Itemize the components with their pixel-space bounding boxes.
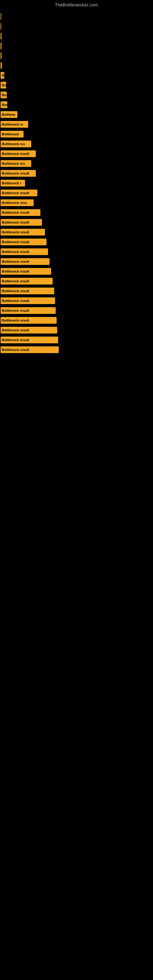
bar-label: Bottleneck result: [1, 289, 30, 293]
bar-row: Bottleneck res: [0, 139, 153, 149]
bar-row: Bottleneck re: [0, 119, 153, 129]
bar-label: Bottleneck result: [1, 260, 30, 263]
bar-fill: Bottleneck result: [1, 288, 54, 294]
bar-row: Bottleneck res: [0, 159, 153, 169]
bar-label: Bo: [1, 93, 7, 97]
bar-label: Bottleneck result: [1, 269, 30, 273]
bar-row: Bo: [0, 90, 153, 100]
bar-label: Bottleneck result: [1, 250, 30, 254]
bar-fill: Bottleneck result: [1, 307, 56, 314]
bar-label: Bottleneck result: [1, 230, 30, 234]
bar-fill: Bottleneck resu: [1, 199, 33, 206]
bar-fill: Bottleneck result: [1, 189, 37, 196]
bar-fill: Bottleneck result: [1, 317, 57, 324]
bar-row: Bottleneck result: [0, 169, 153, 178]
bar-fill: Bottleneck result: [1, 219, 42, 226]
bar-row: Bot: [0, 100, 153, 110]
bar-fill: Bottleneck result: [1, 229, 45, 235]
bar-fill: Bo: [1, 82, 6, 89]
bar-fill: Bottleneck: [1, 131, 24, 137]
bar-row: Bottleneck result: [0, 208, 153, 218]
bar-label: Bottleneck result: [1, 172, 30, 175]
bar-row: Bottleneck result: [0, 286, 153, 296]
bar-row: Bottleneck result: [0, 335, 153, 345]
bar-fill: Bottleneck res: [1, 140, 31, 147]
bar-label: Bottleneck result: [1, 328, 30, 332]
bar-row: Bottleneck: [0, 129, 153, 139]
bar-row: Bottleneck r: [0, 178, 153, 188]
bar-fill: Bottleneck result: [1, 170, 36, 177]
bar-label: Bottleneck r: [1, 181, 22, 185]
bar-label: Bottleneck re: [1, 123, 24, 126]
bar-fill: Bottleneck res: [1, 160, 31, 167]
bar-label: Bottleneck: [1, 132, 20, 136]
bar-fill: [1, 52, 2, 59]
bar-row: Bottleneck result: [0, 237, 153, 247]
bar-label: Bottleneck resu: [1, 201, 29, 205]
bar-row: Bottleneck result: [0, 296, 153, 305]
bar-row: Bottleneck result: [0, 325, 153, 335]
bar-row: [0, 41, 153, 51]
bar-fill: Bottleneck result: [1, 209, 40, 216]
bar-label: Bottleneck res: [1, 162, 26, 165]
site-title: TheBottlenecker.com: [0, 0, 153, 9]
bar-row: Bottleneck result: [0, 218, 153, 227]
bar-row: [0, 60, 153, 70]
bar-row: Bottlene: [0, 110, 153, 119]
bar-label: Bottleneck result: [1, 309, 30, 312]
bar-row: Bo: [0, 80, 153, 90]
bar-fill: Bottlene: [1, 111, 18, 118]
bar-row: [0, 12, 153, 21]
bar-fill: Bottleneck result: [1, 298, 55, 304]
bar-fill: Bottleneck result: [1, 268, 51, 275]
bar-row: Bottleneck result: [0, 276, 153, 286]
bar-fill: Bottleneck result: [1, 258, 49, 265]
bar-label: Bottleneck result: [1, 348, 30, 352]
bar-fill: Bottleneck r: [1, 180, 25, 186]
bar-label: Bottleneck result: [1, 240, 30, 244]
bar-fill: Bottleneck result: [1, 278, 53, 285]
bar-label: Bottleneck result: [1, 279, 30, 283]
bar-fill: Bottleneck re: [1, 121, 28, 128]
bar-label: Bottleneck result: [1, 191, 30, 195]
bar-row: [0, 21, 153, 31]
bar-label: Bottlene: [1, 113, 16, 116]
bar-label: Bottleneck res: [1, 142, 26, 146]
bar-row: B: [0, 70, 153, 80]
bar-row: Bottleneck resu: [0, 198, 153, 208]
bar-fill: Bo: [1, 92, 7, 98]
bar-fill: [1, 62, 2, 69]
bar-fill: B: [1, 72, 4, 79]
bar-row: [0, 31, 153, 41]
bar-row: Bottleneck result: [0, 149, 153, 159]
bar-fill: Bottleneck result: [1, 248, 48, 255]
bar-fill: [1, 13, 1, 20]
bar-fill: Bottleneck result: [1, 150, 36, 157]
bars-section: BBoBoBotBottleneBottleneck reBottleneckB…: [0, 9, 153, 355]
bar-fill: [1, 23, 1, 30]
bar-fill: Bot: [1, 101, 7, 108]
bar-label: B: [1, 73, 4, 77]
bar-fill: Bottleneck result: [1, 346, 59, 353]
bar-fill: Bottleneck result: [1, 337, 58, 343]
bar-row: Bottleneck result: [0, 188, 153, 198]
bar-fill: [1, 43, 2, 49]
bar-row: [0, 51, 153, 60]
bar-label: Bot: [1, 103, 7, 107]
bar-fill: Bottleneck result: [1, 327, 57, 334]
bar-fill: [1, 33, 2, 40]
bar-label: Bottleneck result: [1, 221, 30, 224]
bar-fill: Bottleneck result: [1, 239, 46, 245]
bar-label: Bo: [1, 83, 6, 87]
bar-row: Bottleneck result: [0, 305, 153, 315]
bar-row: Bottleneck result: [0, 345, 153, 355]
bar-label: Bottleneck result: [1, 338, 30, 342]
bar-label: Bottleneck result: [1, 318, 30, 322]
bar-row: Bottleneck result: [0, 257, 153, 266]
bar-row: Bottleneck result: [0, 266, 153, 276]
bar-row: Bottleneck result: [0, 227, 153, 237]
bar-label: Bottleneck result: [1, 299, 30, 302]
bar-label: Bottleneck result: [1, 211, 30, 215]
bar-row: Bottleneck result: [0, 315, 153, 325]
bar-label: Bottleneck result: [1, 152, 30, 156]
